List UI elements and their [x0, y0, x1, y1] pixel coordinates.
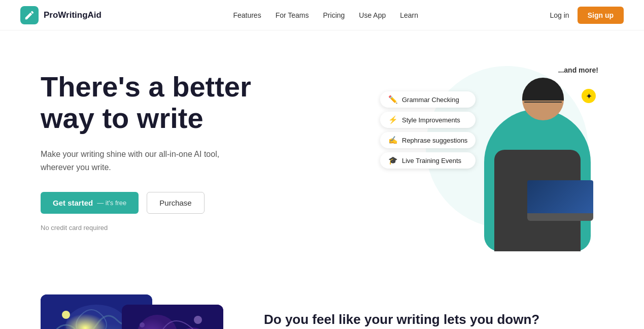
glasses-shape [524, 96, 562, 103]
nav-actions: Log in Sign up [550, 7, 624, 24]
free-badge: — it's free [97, 199, 126, 207]
laptop-shape [527, 180, 593, 221]
svg-point-2 [62, 311, 70, 319]
hero-title: There's a better way to write [41, 71, 251, 134]
grammar-icon: ✏️ [388, 95, 398, 104]
nav-for-teams[interactable]: For Teams [276, 11, 309, 19]
logo-icon [20, 6, 39, 24]
signup-button[interactable]: Sign up [578, 7, 624, 24]
pill-rephrase: ✍️ Rephrase suggestions [380, 132, 476, 148]
rephrase-icon: ✍️ [388, 136, 398, 145]
pill-style: ⚡ Style Improvements [380, 112, 476, 128]
laptop-screen [527, 180, 593, 213]
sparkle-icon: ✦ [582, 89, 596, 103]
purchase-button[interactable]: Purchase [147, 192, 204, 214]
logo-link[interactable]: ProWritingAid [20, 6, 101, 24]
hero-cta-group: Get started — it's free Purchase [41, 192, 251, 214]
second-text: Do you feel like your writing lets you d… [264, 311, 603, 329]
nav-features[interactable]: Features [233, 11, 261, 19]
get-started-button[interactable]: Get started — it's free [41, 192, 139, 214]
abstract-svg [122, 305, 223, 329]
image-card-front [122, 305, 223, 329]
brand-name: ProWritingAid [44, 10, 101, 20]
nav-use-app[interactable]: Use App [359, 11, 386, 19]
training-icon: 🎓 [388, 156, 398, 165]
svg-point-9 [140, 322, 145, 327]
hero-section: There's a better way to write Make your … [0, 30, 644, 274]
svg-point-8 [194, 316, 202, 324]
svg-point-1 [66, 305, 127, 329]
style-icon: ⚡ [388, 115, 398, 124]
more-label: ...and more! [558, 66, 598, 74]
pill-training: 🎓 Live Training Events [380, 152, 476, 169]
nav-learn[interactable]: Learn [400, 11, 418, 19]
feature-pills: ✏️ Grammar Checking ⚡ Style Improvements… [380, 91, 476, 169]
nav-pricing[interactable]: Pricing [323, 11, 345, 19]
svg-point-5 [137, 315, 178, 329]
hero-content: There's a better way to write Make your … [41, 61, 251, 232]
second-section-title: Do you feel like your writing lets you d… [264, 311, 603, 328]
second-title-text: Do you feel like your writing lets you d… [264, 312, 539, 327]
login-button[interactable]: Log in [550, 11, 569, 19]
svg-rect-4 [122, 305, 223, 329]
hero-illustration: ✏️ Grammar Checking ⚡ Style Improvements… [390, 61, 603, 254]
navbar: ProWritingAid Features For Teams Pricing… [0, 0, 644, 30]
no-credit-card-note: No credit card required [41, 224, 251, 232]
person-illustration: ✦ [471, 63, 598, 251]
second-images: My idea in my head [41, 284, 233, 329]
nav-links: Features For Teams Pricing Use App Learn [233, 11, 418, 19]
pill-grammar: ✏️ Grammar Checking [380, 91, 476, 108]
hero-subtitle: Make your writing shine with our all-in-… [41, 148, 223, 174]
second-section: My idea in my head Do you feel like your… [0, 274, 644, 329]
